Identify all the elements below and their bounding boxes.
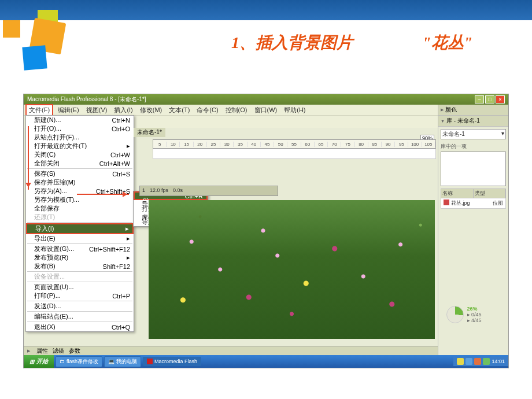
taskbar-item-flash[interactable]: Macromedia Flash bbox=[143, 357, 201, 366]
library-col-type[interactable]: 类型 bbox=[474, 189, 506, 198]
menu-file[interactable]: 文件(F) bbox=[25, 104, 53, 116]
timeline-tick: 95 bbox=[395, 142, 408, 147]
timeline-tick: 60 bbox=[301, 142, 315, 147]
menu-commands[interactable]: 命令(C) bbox=[194, 105, 220, 115]
timeline-ruler[interactable]: 5101520253035404550556065707580859095100… bbox=[153, 139, 436, 149]
menu-item-new[interactable]: 新建(N)...Ctrl+N bbox=[26, 116, 134, 124]
menu-bar: 文件(F) 编辑(E) 视图(V) 插入(I) 修改(M) 文本(T) 命令(C… bbox=[24, 105, 508, 115]
tray-icon-1[interactable] bbox=[457, 358, 464, 365]
time-value: 0.0s bbox=[173, 187, 183, 194]
menu-modify[interactable]: 修改(M) bbox=[138, 105, 165, 115]
menu-help[interactable]: 帮助(H) bbox=[282, 105, 308, 115]
windows-logo-icon: ⊞ bbox=[29, 359, 34, 365]
timeline-tick: 105 bbox=[422, 142, 435, 147]
library-item-name: 花丛.jpg bbox=[451, 200, 470, 207]
timeline-tick: 30 bbox=[220, 142, 234, 147]
menu-item-close[interactable]: 关闭(C)Ctrl+W bbox=[26, 150, 134, 159]
menu-item-open-recent[interactable]: 打开最近的文件(T)▸ bbox=[26, 142, 134, 150]
timeline-tick: 50 bbox=[274, 142, 287, 147]
library-document-selector[interactable]: 未命名-1▾ bbox=[441, 129, 506, 139]
timeline-tick: 80 bbox=[355, 142, 368, 147]
menu-item-edit-sites[interactable]: 编辑站点(E)... bbox=[26, 312, 134, 321]
computer-icon: 💻 bbox=[108, 359, 114, 364]
fps-value: 12.0 fps bbox=[150, 187, 168, 194]
menu-item-print[interactable]: 打印(P)...Ctrl+P bbox=[26, 291, 134, 300]
pie-icon bbox=[446, 306, 464, 323]
timeline-tick: 25 bbox=[207, 142, 220, 147]
timeline-tick: 35 bbox=[234, 142, 247, 147]
window-title-bar[interactable]: Macromedia Flash Professional 8 - [未命名-1… bbox=[24, 94, 508, 105]
tray-icon-4[interactable] bbox=[483, 358, 490, 365]
menu-item-send[interactable]: 发送(D)... bbox=[26, 302, 134, 311]
timeline-tick: 70 bbox=[328, 142, 341, 147]
timeline-tick: 90 bbox=[382, 142, 395, 147]
tab-params[interactable]: 参数 bbox=[69, 347, 80, 355]
menu-edit[interactable]: 编辑(E) bbox=[56, 105, 82, 115]
library-panel-header[interactable]: 库 - 未命名-1 bbox=[438, 116, 508, 127]
menu-item-revert[interactable]: 还原(T) bbox=[26, 213, 134, 221]
library-preview bbox=[441, 152, 506, 186]
timeline-tick: 75 bbox=[341, 142, 354, 147]
timeline-tick: 10 bbox=[167, 142, 180, 147]
menu-text[interactable]: 文本(T) bbox=[167, 105, 192, 115]
menu-insert[interactable]: 插入(I) bbox=[112, 105, 135, 115]
timeline-tick: 5 bbox=[153, 142, 167, 147]
menu-item-export[interactable]: 导出(E)▸ bbox=[26, 234, 134, 243]
annotation-arrow-right bbox=[77, 194, 129, 195]
properties-panel-tabs: 属性 滤镜 参数 bbox=[24, 346, 438, 355]
flash-icon bbox=[147, 359, 153, 364]
menu-item-device-settings[interactable]: 设备设置... bbox=[26, 272, 134, 281]
system-tray[interactable]: 14:01 bbox=[453, 357, 508, 366]
taskbar-item-mycomputer[interactable]: 💻 我的电脑 bbox=[104, 356, 141, 367]
timeline-status-bar: 1 12.0 fps 0.0s bbox=[139, 186, 278, 196]
frame-number: 1 bbox=[142, 187, 145, 194]
menu-item-close-all[interactable]: 全部关闭Ctrl+Alt+W bbox=[26, 159, 134, 168]
timeline-tick: 85 bbox=[368, 142, 382, 147]
library-col-name[interactable]: 名称 bbox=[441, 189, 474, 198]
folder-icon: 🗀 bbox=[60, 359, 65, 364]
menu-item-publish[interactable]: 发布(B)Shift+F12 bbox=[26, 262, 134, 271]
tray-icon-3[interactable] bbox=[474, 358, 481, 365]
clock: 14:01 bbox=[492, 359, 505, 364]
windows-taskbar: ⊞ 开始 🗀 flash课件修改 💻 我的电脑 Macromedia Flash… bbox=[24, 355, 508, 368]
minimize-icon[interactable]: – bbox=[475, 95, 484, 104]
menu-item-publish-preview[interactable]: 发布预览(R)▸ bbox=[26, 253, 134, 262]
annotation-arrow-down bbox=[28, 126, 29, 190]
tab-filters[interactable]: 滤镜 bbox=[53, 347, 64, 355]
menu-control[interactable]: 控制(O) bbox=[223, 105, 250, 115]
timeline-tick: 65 bbox=[315, 142, 328, 147]
taskbar-item-folder[interactable]: 🗀 flash课件修改 bbox=[56, 356, 102, 367]
menu-item-import[interactable]: 导入(I)▸ bbox=[27, 224, 132, 233]
maximize-icon[interactable]: □ bbox=[485, 95, 494, 104]
menu-item-save-template[interactable]: 另存为模板(T)... bbox=[26, 195, 134, 204]
tab-properties[interactable]: 属性 bbox=[36, 347, 48, 355]
library-item-row[interactable]: 花丛.jpg 位图 bbox=[441, 198, 506, 209]
timeline-frames[interactable] bbox=[153, 149, 436, 159]
flash-app-window: Macromedia Flash Professional 8 - [未命名-1… bbox=[23, 94, 509, 368]
timeline-tick: 45 bbox=[261, 142, 274, 147]
menu-item-page-setup[interactable]: 页面设置(U)... bbox=[26, 283, 134, 291]
menu-item-publish-settings[interactable]: 发布设置(G)...Ctrl+Shift+F12 bbox=[26, 245, 134, 253]
menu-view[interactable]: 视图(V) bbox=[84, 105, 110, 115]
library-item-count: 库中的一项 bbox=[441, 142, 506, 152]
document-tab[interactable]: 未命名-1* bbox=[134, 128, 165, 137]
tray-icon-2[interactable] bbox=[466, 358, 472, 365]
menu-item-open[interactable]: 打开(O)...Ctrl+O bbox=[26, 124, 134, 133]
menu-item-save-compact[interactable]: 保存并压缩(M) bbox=[26, 178, 134, 187]
timeline-tick: 20 bbox=[194, 142, 207, 147]
menu-item-exit[interactable]: 退出(X)Ctrl+Q bbox=[26, 323, 134, 331]
slide-title-main: 1、插入背景图片 bbox=[231, 32, 353, 54]
menu-window[interactable]: 窗口(W) bbox=[252, 105, 280, 115]
menu-item-save[interactable]: 保存(S)Ctrl+S bbox=[26, 169, 134, 178]
menu-item-save-all[interactable]: 全部保存 bbox=[26, 204, 134, 213]
timeline-tick: 40 bbox=[247, 142, 261, 147]
start-button[interactable]: ⊞ 开始 bbox=[24, 355, 54, 368]
right-panel-dock: 颜色 库 - 未命名-1 未命名-1▾ 库中的一项 名称 类型 花丛.jpg 位… bbox=[438, 105, 508, 355]
close-icon[interactable]: × bbox=[496, 95, 505, 104]
stage-canvas[interactable] bbox=[149, 200, 435, 339]
timeline-tick: 100 bbox=[408, 142, 422, 147]
timeline-tick: 15 bbox=[180, 142, 193, 147]
zoom-pct: 26% bbox=[467, 306, 478, 312]
color-panel-header[interactable]: 颜色 bbox=[438, 105, 508, 116]
menu-item-open-site[interactable]: 从站点打开(F)... bbox=[26, 133, 134, 142]
